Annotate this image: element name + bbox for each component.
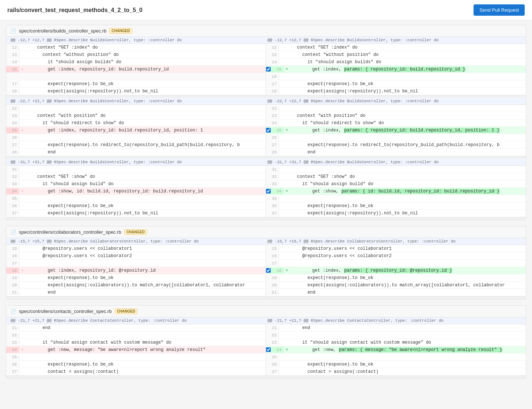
line-number: 35 [266, 196, 279, 202]
diff-checkbox[interactable] [266, 347, 271, 352]
hunk-header: @@ -21,7 +21,7 @@ RSpec.describe Contact… [6, 317, 526, 324]
line-sign [279, 327, 285, 329]
line-number: 17 [6, 260, 19, 266]
line-code: it "should assign build" do [285, 181, 526, 187]
send-pr-button[interactable]: Send Pull Request [474, 4, 525, 16]
line-sign: - [19, 66, 25, 73]
line-code: @repository.users << collaborator2 [25, 253, 266, 259]
hunk-header-left: @@ -12,7 +12,7 @@ RSpec.describe BuildsC… [9, 38, 266, 42]
scrollbar[interactable] [6, 217, 526, 220]
line-sign [279, 61, 285, 63]
line-sign [19, 61, 25, 63]
line-sign [279, 371, 285, 372]
line-code [285, 356, 526, 358]
line-sign [279, 263, 285, 264]
line-number: 27 [266, 369, 279, 375]
line-code: it "should assign contact with custom me… [25, 339, 266, 346]
diff-line: 25 + get :index, params: { repository_id… [266, 127, 526, 134]
line-number: 14 [266, 59, 279, 65]
line-number: 19 [266, 275, 279, 281]
hunk-header-right: @@ -12,7 +12,7 @@ RSpec.describe BuildsC… [266, 38, 523, 42]
line-sign [19, 356, 25, 358]
line-code: end [25, 289, 266, 296]
scrollbar[interactable] [6, 375, 526, 378]
line-sign [19, 327, 25, 329]
line-sign: + [284, 267, 290, 274]
line-code: context "GET :show" do [285, 173, 526, 180]
diff-line: 37 expect(assigns(:repository)).not_to b… [6, 210, 266, 217]
diff-line: 17 expect(response).to be_ok [266, 80, 526, 88]
line-code: it "should assign build" do [25, 181, 266, 187]
diff-line: 18 expect(assigns(:repository)).not_to b… [6, 88, 266, 95]
diff-line: 17 [6, 260, 266, 267]
line-number: 12 [266, 45, 279, 50]
line-code [285, 137, 526, 138]
diff-right-side: 31 32 context "GET :show" do 33 it "shou… [266, 166, 526, 217]
line-sign [19, 144, 25, 146]
hunk-header: @@ -12,7 +12,7 @@ RSpec.describe BuildsC… [6, 37, 526, 44]
scrollbar[interactable] [6, 95, 526, 98]
line-sign [19, 371, 25, 372]
line-sign [19, 108, 25, 109]
line-code: context "without position" do [285, 51, 526, 58]
line-code: @repository.users << collaborator1 [285, 245, 526, 252]
line-number: 16 [266, 74, 279, 80]
line-number: 31 [6, 167, 19, 172]
line-sign [279, 91, 285, 92]
line-sign: + [284, 66, 290, 73]
diff-line: 23 it "should assign contact with custom… [6, 339, 266, 346]
line-code: expect(response).to redirect_to(reposito… [25, 142, 266, 148]
diff-line: 24 - get :new, message: "be aware<nl>rep… [6, 346, 266, 353]
line-sign [19, 169, 25, 170]
line-sign [279, 292, 285, 293]
diff-line: 26 expect(response).to be_ok [266, 361, 526, 368]
diff-line: 19 expect(response).to be_ok [6, 274, 266, 282]
diff-checkbox[interactable] [266, 67, 271, 72]
diff-line: 15 + get :index, params: { repository_id… [266, 66, 526, 73]
line-number: 36 [6, 203, 19, 209]
line-number: 22 [6, 332, 19, 338]
line-code: get :index, params: { repository_id: bui… [290, 66, 526, 73]
line-sign [19, 47, 25, 48]
hunk-header: @@ -15,7 +15,7 @@ RSpec.describe Collabo… [6, 238, 526, 245]
line-number: 21 [266, 325, 279, 331]
line-number: 32 [6, 174, 19, 180]
line-number [6, 76, 19, 77]
diff-line: 24 it "should redirect to show" do [6, 119, 266, 127]
scrollbar[interactable] [6, 296, 526, 299]
diff-line: 14 it "should assign builds" do [266, 58, 526, 66]
line-number: 28 [6, 149, 19, 155]
line-sign [19, 248, 25, 249]
line-code: context "GET :show" do [25, 173, 266, 180]
diff-left-side: 12 context "GET :index" do 13 context "w… [6, 44, 266, 95]
diff-line: 15 - get :index, repository_id: build.re… [6, 66, 266, 73]
diff-line: 25 - get :index, repository_id: build.re… [6, 127, 266, 134]
line-sign [19, 205, 25, 207]
line-number: 23 [266, 340, 279, 345]
line-sign: - [19, 347, 25, 353]
line-code: end [25, 325, 266, 331]
diff-checkbox[interactable] [266, 268, 271, 273]
line-code [285, 335, 526, 336]
line-sign [279, 47, 285, 48]
diff-checkbox[interactable] [266, 128, 271, 133]
line-code: expect(response).to redirect_to(reposito… [285, 142, 526, 148]
diff-checkbox[interactable] [266, 189, 271, 194]
line-code [285, 76, 526, 77]
changed-badge: CHANGED [109, 28, 132, 34]
line-sign [19, 183, 25, 185]
scrollbar[interactable] [6, 156, 526, 159]
line-sign [19, 122, 25, 124]
line-code: expect(assigns(:repository)).not_to be_n… [25, 88, 266, 95]
line-sign [19, 292, 25, 293]
diff-line: 21 end [6, 324, 266, 332]
file-icon: 📄 [11, 28, 16, 34]
line-number: 27 [6, 142, 19, 148]
line-code: context "without position" do [25, 51, 266, 58]
line-sign [279, 198, 285, 199]
line-code: contact = assigns(:contact) [25, 368, 266, 375]
line-code: expect(response).to be_ok [25, 81, 266, 87]
line-number: 21 [266, 290, 279, 295]
line-code: get :new, message: "be aware<nl>report w… [25, 347, 266, 353]
line-code: expect(response).to be_ok [25, 203, 266, 209]
